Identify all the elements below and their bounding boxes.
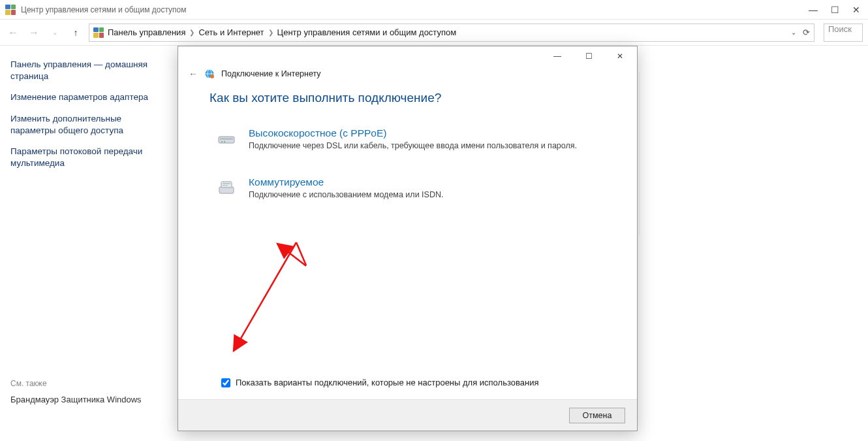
cancel-button[interactable]: Отмена xyxy=(569,408,625,423)
addressbar-icon xyxy=(93,27,104,38)
divider xyxy=(639,72,640,235)
svg-point-6 xyxy=(221,141,223,142)
search-input[interactable]: Поиск xyxy=(824,24,863,42)
maximize-button[interactable]: ☐ xyxy=(831,5,839,15)
close-button[interactable]: ✕ xyxy=(852,5,860,15)
globe-network-icon xyxy=(204,69,215,79)
option-title: Высокоскоростное (с PPPoE) xyxy=(249,127,577,139)
control-panel-icon xyxy=(5,5,16,15)
svg-line-13 xyxy=(296,242,306,265)
breadcrumb-item[interactable]: Панель управления xyxy=(108,27,185,37)
nav-up-button[interactable]: ↑ xyxy=(68,25,84,41)
see-also-heading: См. также xyxy=(10,379,159,388)
svg-point-3 xyxy=(210,74,214,78)
window-title: Центр управления сетями и общим доступом xyxy=(21,5,809,14)
breadcrumb-item[interactable]: Сеть и Интернет xyxy=(198,27,264,37)
svg-rect-5 xyxy=(220,138,233,140)
show-unavailable-label[interactable]: Показать варианты подключений, которые н… xyxy=(236,378,538,387)
nav-recent-dropdown[interactable]: ⌄ xyxy=(47,25,63,41)
sidebar-link-advanced-sharing[interactable]: Изменить дополнительные параметры общего… xyxy=(10,113,159,137)
dialog-minimize-button[interactable]: — xyxy=(544,48,570,65)
dialog-maximize-button[interactable]: ☐ xyxy=(576,48,602,65)
modem-icon xyxy=(216,127,237,148)
svg-rect-9 xyxy=(221,182,232,188)
chevron-right-icon[interactable]: ❯ xyxy=(268,29,273,36)
nav-back-button[interactable]: ← xyxy=(5,25,21,41)
connect-to-internet-dialog: — ☐ ✕ ← Подключение к Интернету Как вы х… xyxy=(178,46,638,431)
refresh-icon[interactable]: ⟳ xyxy=(803,27,810,37)
address-bar[interactable]: Панель управления ❯ Сеть и Интернет ❯ Це… xyxy=(89,24,814,42)
dialog-back-button[interactable]: ← xyxy=(189,69,198,79)
svg-line-12 xyxy=(234,242,296,351)
option-title: Коммутируемое xyxy=(249,176,443,188)
show-unavailable-checkbox[interactable] xyxy=(221,378,230,387)
dialog-heading: Как вы хотите выполнить подключение? xyxy=(209,91,606,105)
sidebar-link-home[interactable]: Панель управления — домашняя страница xyxy=(10,59,159,82)
option-description: Подключение с использованием модема или … xyxy=(249,189,443,201)
svg-rect-11 xyxy=(223,185,228,186)
svg-point-7 xyxy=(224,141,225,142)
chevron-right-icon[interactable]: ❯ xyxy=(189,29,194,36)
dialup-modem-icon xyxy=(216,176,237,197)
nav-forward-button[interactable]: → xyxy=(26,25,42,41)
breadcrumb-item[interactable]: Центр управления сетями и общим доступом xyxy=(277,27,457,37)
dialog-header-title: Подключение к Интернету xyxy=(221,69,321,78)
option-dialup[interactable]: Коммутируемое Подключение с использовани… xyxy=(209,171,606,206)
addressbar-dropdown-icon[interactable]: ⌄ xyxy=(791,29,796,36)
option-description: Подключение через DSL или кабель, требую… xyxy=(249,140,577,152)
dialog-close-button[interactable]: ✕ xyxy=(607,48,633,65)
sidebar-link-media-streaming[interactable]: Параметры потоковой передачи мультимедиа xyxy=(10,146,159,169)
sidebar-link-adapter-settings[interactable]: Изменение параметров адаптера xyxy=(10,91,159,103)
svg-rect-10 xyxy=(223,183,230,184)
svg-line-14 xyxy=(283,242,306,265)
minimize-button[interactable]: — xyxy=(809,5,818,15)
option-broadband-pppoe[interactable]: Высокоскоростное (с PPPoE) Подключение ч… xyxy=(209,122,606,157)
sidebar-link-firewall[interactable]: Брандмауэр Защитника Windows xyxy=(10,395,159,404)
